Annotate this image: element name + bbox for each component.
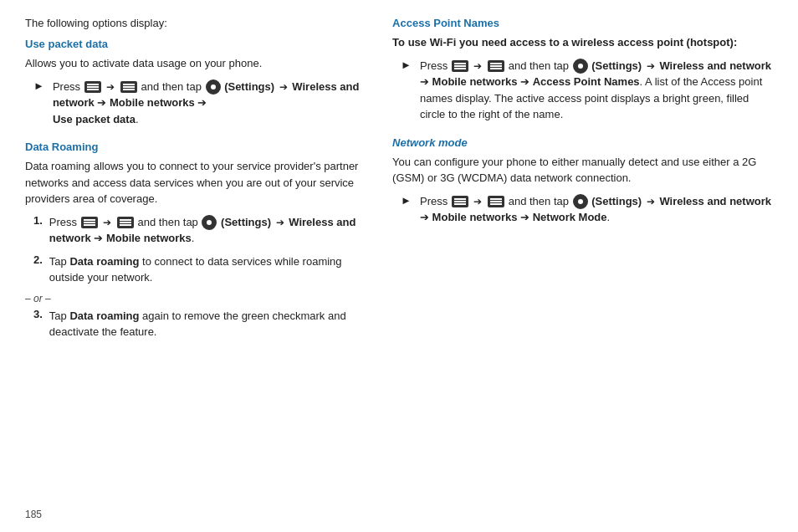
step-num-2: 2. bbox=[33, 253, 43, 266]
menu-icon-2 bbox=[81, 217, 98, 228]
step-num-1: 1. bbox=[33, 214, 43, 227]
page-number: 185 bbox=[25, 509, 42, 520]
settings-icon-2 bbox=[202, 215, 217, 230]
and-then-tap-1: and then tap bbox=[141, 80, 205, 93]
page-container: The following options display: Use packe… bbox=[0, 0, 798, 532]
menu-icon-1 bbox=[84, 81, 101, 93]
bullet-arrow-icon-2: ► bbox=[401, 59, 412, 71]
network-mode-body: You can configure your phone to either m… bbox=[392, 154, 773, 187]
arrow-4: ➔ bbox=[473, 194, 482, 209]
network-mode-section: Network mode You can configure your phon… bbox=[392, 136, 773, 226]
data-roaming-section: Data Roaming Data roaming allows you to … bbox=[25, 141, 367, 340]
use-packet-data-step-content: Press ➔ and then tap (Settings) ➔ Wirele… bbox=[53, 79, 367, 128]
left-column: The following options display: Use packe… bbox=[25, 17, 384, 515]
use-packet-data-title: Use packet data bbox=[25, 38, 367, 50]
bullet-arrow-icon-3: ► bbox=[401, 194, 412, 207]
press-label-3: Press bbox=[420, 59, 451, 72]
data-roaming-title: Data Roaming bbox=[25, 141, 367, 153]
step-num-3: 3. bbox=[33, 308, 43, 320]
data-roaming-body: Data roaming allows you to connect to yo… bbox=[25, 158, 367, 207]
data-roaming-step3: 3. Tap Data roaming again to remove the … bbox=[33, 308, 367, 340]
settings-label-2: (Settings) bbox=[221, 216, 274, 228]
arrow-2b: ➔ bbox=[276, 215, 284, 230]
menu-icon-3b bbox=[488, 60, 504, 72]
data-roaming-step1: 1. Press ➔ and then tap (Settings) ➔ Wir… bbox=[33, 214, 367, 247]
arrow-4b: ➔ bbox=[647, 194, 655, 209]
access-point-names-section: Access Point Names To use Wi-Fi you need… bbox=[392, 17, 773, 123]
menu-icon-4 bbox=[452, 196, 468, 207]
use-packet-data-step: ► Press ➔ and then tap (Settings) ➔ Wire… bbox=[33, 79, 367, 128]
network-mode-step: ► Press ➔ and then tap (Settings) ➔ Wire… bbox=[401, 193, 773, 226]
network-mode-step-content: Press ➔ and then tap (Settings) ➔ Wirele… bbox=[420, 193, 773, 226]
settings-icon-3 bbox=[573, 59, 588, 74]
menu-icon-3 bbox=[452, 60, 468, 72]
arrow-3: ➔ bbox=[473, 59, 482, 74]
and-then-tap-3: and then tap bbox=[509, 59, 572, 72]
and-then-tap-4: and then tap bbox=[509, 195, 572, 207]
access-point-names-step: ► Press ➔ and then tap (Settings) ➔ Wire… bbox=[401, 58, 773, 123]
right-column: Access Point Names To use Wi-Fi you need… bbox=[384, 17, 773, 515]
access-point-names-step-content: Press ➔ and then tap (Settings) ➔ Wirele… bbox=[420, 58, 773, 123]
data-roaming-step2: 2. Tap Data roaming to connect to data s… bbox=[33, 253, 367, 286]
data-roaming-step3-content: Tap Data roaming again to remove the gre… bbox=[49, 308, 367, 340]
intro-text: The following options display: bbox=[25, 17, 367, 29]
arrow-2: ➔ bbox=[103, 215, 111, 230]
arrow-3b: ➔ bbox=[647, 59, 655, 74]
arrow-1b: ➔ bbox=[279, 79, 288, 95]
press-label-4: Press bbox=[420, 195, 451, 207]
menu-icon-2b bbox=[117, 217, 134, 228]
settings-label-3: (Settings) bbox=[591, 59, 645, 72]
data-roaming-step2-content: Tap Data roaming to connect to data serv… bbox=[49, 253, 367, 286]
access-point-names-title: Access Point Names bbox=[392, 17, 773, 29]
access-point-names-intro: To use Wi-Fi you need access to a wirele… bbox=[392, 34, 773, 51]
use-packet-data-body: Allows you to activate data usage on you… bbox=[25, 55, 367, 72]
data-roaming-step1-content: Press ➔ and then tap (Settings) ➔ Wirele… bbox=[49, 214, 367, 247]
or-line: – or – bbox=[25, 293, 367, 304]
and-then-tap-2: and then tap bbox=[138, 216, 202, 228]
use-packet-data-section: Use packet data Allows you to activate d… bbox=[25, 38, 367, 127]
network-mode-title: Network mode bbox=[392, 136, 773, 149]
menu-icon-4b bbox=[488, 196, 504, 207]
settings-icon-4 bbox=[573, 194, 588, 209]
menu-icon-1b bbox=[120, 81, 137, 93]
settings-icon-1 bbox=[206, 79, 221, 95]
bullet-arrow-icon: ► bbox=[33, 79, 44, 92]
settings-label-1: (Settings) bbox=[224, 80, 278, 93]
press-label-1: Press bbox=[53, 80, 84, 93]
settings-label-4: (Settings) bbox=[591, 195, 645, 207]
arrow-1: ➔ bbox=[106, 79, 115, 95]
press-label-2: Press bbox=[49, 216, 80, 228]
